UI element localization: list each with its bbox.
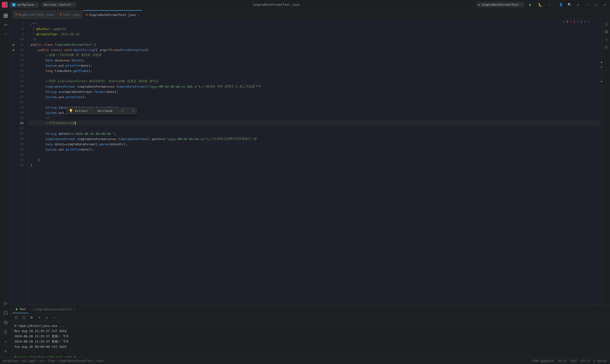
run-config[interactable]: ▶ SimpleDateFormatTest ▾ (476, 2, 524, 7)
tab-close-button[interactable]: ✕ (137, 13, 140, 17)
bottom-tab-simpledateformat[interactable]: □ SimpleDateFormatTest ✕ (29, 306, 78, 313)
step-button[interactable] (36, 315, 42, 320)
line-num-32: 32 (16, 152, 26, 157)
code-line-11[interactable]: public class SimpleDateFormatTest { ▾ (29, 42, 599, 47)
code-line-14[interactable]: Date date = new Date(); (29, 58, 599, 63)
code-line-18[interactable]: //利用 SimpleDateFormat 格式化时间, 传date对象 或者是… (29, 78, 599, 84)
search-global-icon[interactable]: 🔍 (566, 1, 573, 8)
project-pill[interactable]: W workplace ▾ (10, 2, 39, 8)
code-line-21[interactable]: System.out.println(s); (29, 94, 599, 100)
gutter-slot-20 (12, 89, 16, 94)
tab-simpledateformat[interactable]: J SimpleDateFormatTest.java ✕ (83, 10, 142, 19)
code-line-8[interactable]: * @Author: ggdpzhk (29, 26, 599, 31)
stop-button[interactable] (21, 315, 27, 320)
activity-database-icon[interactable] (1, 318, 10, 327)
gutter-slot-17 (12, 73, 16, 78)
breadcrumb-file[interactable]: SimpleDateFormatTest (59, 359, 93, 363)
svg-rect-2 (4, 14, 5, 15)
code-line-7[interactable]: /** (29, 21, 599, 26)
breadcrumb-src[interactable]: src (39, 359, 45, 363)
tooltip-comment-icon[interactable]: // (121, 109, 124, 112)
settings-cog-icon[interactable]: ⚙ (575, 1, 581, 8)
line-num-24: 24 (16, 110, 26, 115)
vcs-pill[interactable]: Version control ▾ (41, 2, 76, 7)
code-line-16[interactable]: long time = date.getTime(); (29, 68, 599, 73)
activity-bookmark-icon[interactable] (1, 309, 10, 317)
right-gradle-icon[interactable]: G (603, 36, 610, 43)
console-line-2: Mon Aug 26 21:35:37 CST 2024 (14, 328, 607, 334)
code-line-33[interactable]: } (29, 162, 599, 168)
code-line-19[interactable]: SimpleDateFormat simpleDateFormat = new … (29, 84, 599, 89)
breadcrumb-main[interactable]: main (97, 359, 104, 363)
maximize-button[interactable]: □ (593, 1, 599, 8)
profile-icon[interactable]: 👤 (558, 1, 564, 8)
code-line-26[interactable]: //字符串转Date对象 (29, 120, 599, 126)
code-line-9[interactable]: * @CreateTime: 2024-08-26 (29, 31, 599, 37)
code-area[interactable]: ⚠ 2 ✕ 1 ✓ 2 ∧ ∨ /** * @Author: ggdpzhk *… (29, 19, 599, 305)
activity-project-icon[interactable] (1, 12, 10, 20)
code-line-32[interactable]: } (29, 157, 599, 162)
bottom-more-button[interactable]: ⋯ (52, 315, 57, 320)
activity-terminal-icon[interactable]: ⌨ (1, 337, 10, 346)
title-bar-left: W workplace ▾ Version control ▾ (2, 2, 76, 8)
breadcrumb-time[interactable]: Time (48, 359, 55, 363)
debug-button[interactable]: 🐛 (537, 1, 543, 8)
tab-more-button[interactable]: ⋮ (604, 13, 609, 19)
navigate-down-icon[interactable]: ∨ (588, 20, 589, 23)
navigate-up-icon[interactable]: ∧ (584, 20, 586, 23)
code-line-12[interactable]: public static void main(String[] args) t… (29, 47, 599, 52)
right-notifications-icon[interactable] (603, 21, 610, 28)
status-charset[interactable]: UTF-8 (581, 359, 589, 363)
bottom-tab-close[interactable]: ✕ (74, 308, 75, 311)
warning-count: ⚠ 2 (563, 20, 568, 23)
minimize-button[interactable]: — (584, 1, 591, 8)
code-line-28[interactable]: SimpleDateFormat simpleDateFormat1 = new… (29, 136, 599, 142)
status-position[interactable]: 26:21 (558, 359, 566, 363)
gutter-run-11[interactable]: ▶ (12, 42, 16, 47)
rerun-button[interactable] (13, 315, 19, 320)
code-line-25[interactable]: */ (29, 115, 599, 120)
status-crlf[interactable]: CRLF (570, 359, 577, 363)
pause-button[interactable] (29, 315, 34, 320)
right-database-icon[interactable] (603, 29, 610, 35)
tab-test[interactable]: J Test.java (57, 10, 82, 19)
bottom-tab-run[interactable]: Run (13, 306, 28, 313)
run-gutter: ▶ ▶ (12, 19, 16, 305)
code-line-34[interactable] (29, 168, 599, 173)
activity-more-icon[interactable]: ⋯ (1, 29, 10, 38)
breadcrumb-api_app2[interactable]: api_app2 (22, 359, 36, 363)
line-num-17: 17 (16, 73, 26, 78)
gutter-run-12[interactable]: ▶ (12, 47, 16, 52)
breadcrumb-workplace[interactable]: workplace (3, 359, 18, 363)
tooltip-surround[interactable]: Surround (97, 109, 112, 113)
close-button[interactable]: ✕ (601, 1, 608, 8)
code-line-15[interactable]: System.out.println(date); (29, 63, 599, 68)
code-line-31[interactable] (29, 152, 599, 157)
tab-bigdecimal[interactable]: J BigDecimalTest.java (13, 10, 56, 19)
code-line-27[interactable]: String dateStr = "2026-08-26 09:00:00 "; (29, 131, 599, 136)
code-line-22[interactable] (29, 100, 599, 105)
code-line-17[interactable] (29, 73, 599, 78)
scroll-end-button[interactable] (44, 315, 50, 320)
svg-point-16 (605, 30, 608, 31)
activity-plugin-icon[interactable] (1, 328, 10, 336)
more-button[interactable]: ⋯ (546, 1, 553, 8)
text-cursor (75, 121, 76, 125)
console-output[interactable]: D:\App\jdk\bin\java.exe ... Mon Aug 26 2… (12, 321, 610, 357)
activity-commit-icon[interactable] (1, 21, 10, 29)
code-line-29[interactable]: Date date1 = simpleDateFormat1.parse(dat… (29, 142, 599, 147)
gutter-slot-16 (12, 68, 16, 73)
run-button[interactable]: ▶ (527, 1, 534, 8)
code-line-10[interactable]: */ (29, 37, 599, 42)
status-indent[interactable]: 4 spaces (593, 359, 607, 363)
fold-icon-11[interactable]: ▾ (31, 42, 33, 45)
tooltip-extract[interactable]: Extract (75, 109, 88, 113)
code-line-30[interactable]: System.out.println(date1); (29, 147, 599, 152)
tooltip-gear-icon[interactable]: ⚙ (133, 109, 134, 112)
code-line-13[interactable]: //准备一个时间对象 和 毫秒值 供使用 (29, 52, 599, 58)
svg-rect-21 (32, 316, 32, 319)
right-plugin-icon[interactable] (603, 44, 610, 51)
activity-settings-icon[interactable]: ⚙ (1, 347, 10, 355)
activity-run-icon[interactable] (1, 299, 10, 308)
code-line-20[interactable]: String s = simpleDateFormat.format(date)… (29, 89, 599, 94)
